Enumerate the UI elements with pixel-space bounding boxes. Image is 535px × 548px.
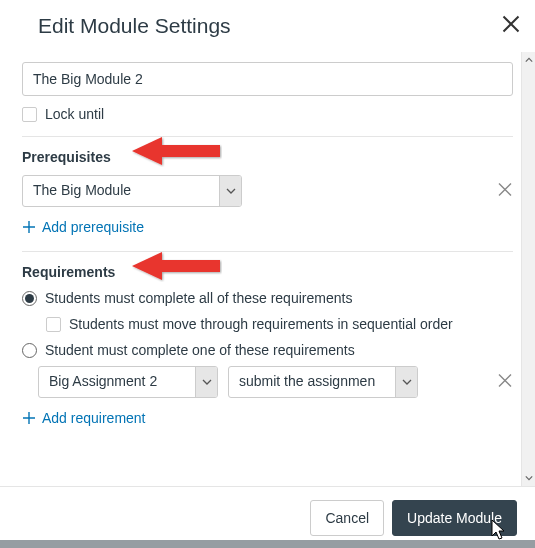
plus-icon <box>22 411 36 425</box>
add-requirement-button[interactable]: Add requirement <box>22 410 146 426</box>
add-prerequisite-label: Add prerequisite <box>42 219 144 235</box>
cancel-button[interactable]: Cancel <box>310 500 384 536</box>
lock-until-label: Lock until <box>45 106 104 122</box>
chevron-down-icon <box>219 176 241 206</box>
divider <box>22 136 513 137</box>
remove-requirement-button[interactable] <box>497 373 513 392</box>
requirement-mode-all-label: Students must complete all of these requ… <box>45 290 352 306</box>
update-module-button[interactable]: Update Module <box>392 500 517 536</box>
modal-title: Edit Module Settings <box>38 14 515 38</box>
lock-until-checkbox[interactable] <box>22 107 37 122</box>
edit-module-modal: Edit Module Settings Lock until Prerequi… <box>0 0 535 548</box>
requirement-rule-value: submit the assignmen <box>229 367 395 397</box>
chevron-down-icon <box>395 367 417 397</box>
requirement-item-select[interactable]: Big Assignment 2 <box>38 366 218 398</box>
plus-icon <box>22 220 36 234</box>
modal-body: Lock until Prerequisites The Big Module <box>0 44 535 482</box>
close-button[interactable] <box>501 14 521 34</box>
requirement-mode-one-label: Student must complete one of these requi… <box>45 342 355 358</box>
background-strip <box>0 540 535 548</box>
add-requirement-label: Add requirement <box>42 410 146 426</box>
sequential-order-checkbox[interactable] <box>46 317 61 332</box>
requirements-heading: Requirements <box>22 264 513 280</box>
add-prerequisite-button[interactable]: Add prerequisite <box>22 219 144 235</box>
close-icon <box>501 14 521 34</box>
prerequisites-heading: Prerequisites <box>22 149 513 165</box>
requirement-mode-one-radio[interactable] <box>22 343 37 358</box>
prerequisite-select-value: The Big Module <box>23 176 219 206</box>
prerequisite-select[interactable]: The Big Module <box>22 175 242 207</box>
requirement-rule-select[interactable]: submit the assignmen <box>228 366 418 398</box>
modal-footer: Cancel Update Module <box>0 486 535 548</box>
sequential-order-label: Students must move through requirements … <box>69 316 453 332</box>
remove-prerequisite-button[interactable] <box>497 182 513 201</box>
requirement-mode-all-radio[interactable] <box>22 291 37 306</box>
module-name-input[interactable] <box>22 62 513 96</box>
requirement-item-value: Big Assignment 2 <box>39 367 195 397</box>
chevron-down-icon <box>195 367 217 397</box>
modal-header: Edit Module Settings <box>0 0 535 44</box>
divider <box>22 251 513 252</box>
